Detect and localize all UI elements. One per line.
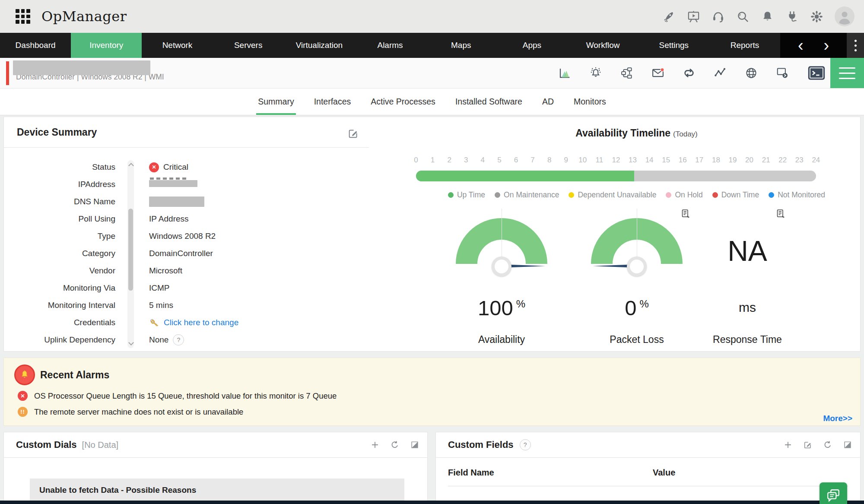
timeline-tick: 11: [593, 156, 606, 165]
tab-summary[interactable]: Summary: [258, 89, 294, 115]
field-value: ICMP: [149, 283, 170, 293]
uptime-segment: [416, 171, 634, 181]
tab-installed-software[interactable]: Installed Software: [455, 89, 522, 115]
nav-item-inventory[interactable]: Inventory: [71, 33, 142, 58]
topology-icon[interactable]: [620, 67, 633, 79]
edit-icon[interactable]: [803, 440, 813, 450]
tab-monitors[interactable]: Monitors: [574, 89, 606, 115]
avatar[interactable]: [835, 6, 854, 26]
remote-desktop-icon[interactable]: [776, 67, 789, 79]
tab-active-processes[interactable]: Active Processes: [371, 89, 435, 115]
timeline-tick: 18: [709, 156, 722, 165]
gauge-packet-loss: 0% Packet Loss: [572, 216, 702, 349]
scroll-up-icon[interactable]: [128, 163, 134, 168]
app-logo: OpManager: [41, 8, 127, 25]
timeline-tick: 15: [660, 156, 673, 165]
device-summary-scrollbar[interactable]: [127, 160, 134, 348]
summary-row-type: Type Windows 2008 R2: [4, 228, 369, 245]
refresh-icon[interactable]: [390, 440, 400, 450]
main-nav: DashboardInventoryNetworkServersVirtuali…: [0, 33, 864, 58]
globe-icon[interactable]: [745, 67, 758, 79]
gauge-hub: [627, 257, 647, 276]
line-graph-icon[interactable]: [714, 67, 727, 79]
nav-item-settings[interactable]: Settings: [638, 33, 709, 58]
performance-graph-icon[interactable]: [558, 67, 571, 79]
gauge-unit: ms: [683, 300, 812, 315]
nav-more-menu-icon[interactable]: [847, 33, 864, 58]
nav-item-virtualization[interactable]: Virtualization: [284, 33, 355, 58]
nav-scroll-left-icon[interactable]: ‹: [795, 37, 806, 54]
column-value: Value: [653, 468, 675, 478]
app-grid-icon[interactable]: [16, 9, 30, 24]
headset-icon[interactable]: [712, 10, 725, 23]
rocket-icon[interactable]: [662, 10, 676, 23]
device-header: DomainController | Windows 2008 R2 | WMI: [0, 58, 864, 89]
edit-icon[interactable]: [347, 127, 359, 139]
custom-fields-columns: Field Name Value: [448, 468, 848, 478]
collapse-icon[interactable]: [843, 440, 852, 450]
gear-icon[interactable]: [810, 10, 823, 23]
field-value: DomainController: [149, 249, 213, 258]
timeline-tick: 4: [476, 156, 489, 165]
divider: [4, 147, 369, 148]
gauge-response-time: NA ms Response Time: [683, 216, 812, 349]
tab-interfaces[interactable]: Interfaces: [314, 89, 351, 115]
device-menu-icon[interactable]: [830, 58, 864, 88]
nav-item-network[interactable]: Network: [142, 33, 213, 58]
column-field-name: Field Name: [448, 468, 653, 478]
summary-row-poll-using: Poll Using IP Address: [4, 210, 369, 228]
summary-row-credentials: Credentials Click here to change: [4, 314, 369, 331]
custom-dials-actions: [370, 432, 419, 457]
gauge-arc: [591, 218, 683, 264]
report-icon[interactable]: [776, 209, 786, 219]
availability-timeline-bar[interactable]: [416, 171, 816, 181]
custom-dials-panel: Custom Dials [No Data] Unable to fetch D…: [3, 432, 428, 504]
nav-item-reports[interactable]: Reports: [709, 33, 780, 58]
chat-button[interactable]: [820, 482, 847, 504]
timeline-tick: 14: [643, 156, 656, 165]
nav-item-alarms[interactable]: Alarms: [355, 33, 426, 58]
add-icon[interactable]: [370, 440, 380, 450]
scroll-down-icon[interactable]: [128, 340, 134, 346]
scrollbar-thumb[interactable]: [128, 209, 133, 291]
collapse-icon[interactable]: [410, 440, 419, 450]
critical-alarm-icon: ✕: [18, 391, 28, 401]
device-summary-rows: Status ✕Critical IPAddress DNS Name Poll…: [4, 158, 369, 349]
sync-icon[interactable]: [683, 67, 696, 79]
timeline-tick: 0: [410, 156, 422, 165]
gauge-hub: [492, 257, 511, 276]
alarm-bell-icon[interactable]: [589, 67, 602, 79]
add-icon[interactable]: [783, 440, 793, 450]
nav-item-dashboard[interactable]: Dashboard: [0, 33, 71, 58]
plug-icon[interactable]: [785, 10, 799, 23]
alarms-more-link[interactable]: More>>: [823, 414, 852, 423]
tab-ad[interactable]: AD: [542, 89, 554, 115]
alarm-row[interactable]: !!The remote server machine does not exi…: [18, 407, 243, 417]
timeline-tick: 10: [576, 156, 589, 165]
refresh-icon[interactable]: [823, 440, 832, 450]
timeline-tick: 5: [493, 156, 506, 165]
nav-item-servers[interactable]: Servers: [213, 33, 284, 58]
terminal-icon[interactable]: [807, 64, 826, 82]
nav-scroll-right-icon[interactable]: ›: [821, 37, 832, 54]
nav-item-workflow[interactable]: Workflow: [568, 33, 638, 58]
gauge-value: 0%: [572, 296, 702, 320]
availability-title: Availability Timeline(Today): [412, 127, 861, 139]
timeline-tick: 12: [610, 156, 623, 165]
nav-item-apps[interactable]: Apps: [496, 33, 567, 58]
help-icon[interactable]: ?: [173, 334, 184, 346]
nav-scroll-controls: ‹ ›: [780, 33, 847, 58]
credentials-change-link[interactable]: Click here to change: [164, 318, 238, 327]
timeline-tick: 21: [759, 156, 772, 165]
search-icon[interactable]: [736, 10, 750, 23]
help-icon[interactable]: ?: [520, 439, 531, 450]
mail-icon[interactable]: [651, 67, 664, 79]
custom-dials-title: Custom Dials: [16, 439, 77, 450]
nav-items: DashboardInventoryNetworkServersVirtuali…: [0, 33, 780, 58]
alarm-row[interactable]: ✕OS Processor Queue Length is 15 Queue, …: [18, 391, 337, 401]
gauge-label: Availability: [437, 334, 566, 346]
nav-item-maps[interactable]: Maps: [426, 33, 496, 58]
divider: [448, 486, 848, 486]
presentation-icon[interactable]: [687, 10, 700, 23]
notification-bell-icon[interactable]: [761, 10, 774, 23]
